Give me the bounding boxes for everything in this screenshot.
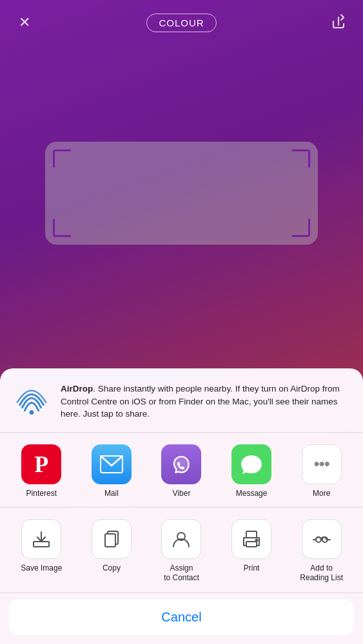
mail-label: Mail — [104, 489, 119, 498]
airdrop-description: AirDrop. Share instantly with people nea… — [61, 383, 350, 421]
mail-icon — [92, 444, 132, 484]
message-icon — [231, 444, 271, 484]
message-label: Message — [236, 489, 268, 498]
save-image-icon — [21, 519, 61, 559]
share-button[interactable] — [327, 11, 350, 34]
message-app-item[interactable]: Message — [222, 444, 280, 498]
app-share-row: P Pinterest Mail Viber — [0, 433, 363, 507]
airdrop-body: . Share instantly with people nearby. If… — [61, 384, 340, 419]
more-app-item[interactable]: ••• More — [293, 444, 351, 498]
viber-icon — [161, 444, 201, 484]
svg-point-2 — [30, 410, 34, 415]
add-to-reading-list-action[interactable]: Add toReading List — [293, 519, 351, 583]
pinterest-label: Pinterest — [26, 489, 57, 498]
svg-point-12 — [256, 539, 258, 541]
close-icon: ✕ — [19, 15, 30, 30]
airdrop-section: AirDrop. Share instantly with people nea… — [0, 368, 363, 433]
print-icon — [231, 519, 271, 559]
more-label: More — [313, 489, 330, 498]
save-image-label: Save Image — [21, 564, 62, 574]
assign-to-contact-action[interactable]: Assignto Contact — [152, 519, 210, 583]
copy-label: Copy — [103, 564, 121, 574]
assign-to-contact-icon — [161, 519, 201, 559]
close-button[interactable]: ✕ — [13, 11, 36, 34]
svg-rect-6 — [34, 542, 49, 547]
qr-corner-tr — [292, 149, 310, 167]
cancel-button[interactable]: Cancel — [9, 600, 354, 635]
qr-card — [45, 142, 318, 245]
action-row: Save Image Copy Assignto Contact — [0, 507, 363, 593]
add-to-reading-list-label: Add toReading List — [300, 564, 343, 583]
svg-rect-8 — [105, 534, 115, 547]
svg-rect-10 — [246, 531, 257, 538]
pinterest-icon: P — [21, 444, 61, 484]
cancel-section: Cancel — [0, 593, 363, 644]
qr-corner-tl — [53, 149, 71, 167]
share-icon — [331, 14, 346, 32]
pinterest-app-item[interactable]: P Pinterest — [12, 444, 70, 498]
more-icon: ••• — [302, 444, 342, 484]
print-label: Print — [244, 564, 260, 574]
top-bar: ✕ COLOUR — [0, 0, 363, 45]
mail-app-item[interactable]: Mail — [83, 444, 141, 498]
viber-label: Viber — [173, 489, 191, 498]
qr-corner-br — [292, 219, 310, 237]
print-action[interactable]: Print — [222, 519, 280, 574]
add-to-reading-list-icon — [302, 519, 342, 559]
viber-app-item[interactable]: Viber — [152, 444, 210, 498]
svg-rect-11 — [246, 542, 257, 547]
share-sheet: AirDrop. Share instantly with people nea… — [0, 368, 363, 644]
airdrop-icon — [13, 383, 50, 420]
page-title: COLOUR — [146, 14, 216, 32]
save-image-action[interactable]: Save Image — [12, 519, 70, 574]
copy-action[interactable]: Copy — [83, 519, 141, 574]
airdrop-title: AirDrop — [61, 384, 93, 393]
qr-corner-bl — [53, 219, 71, 237]
copy-icon — [92, 519, 132, 559]
assign-to-contact-label: Assignto Contact — [164, 564, 199, 583]
